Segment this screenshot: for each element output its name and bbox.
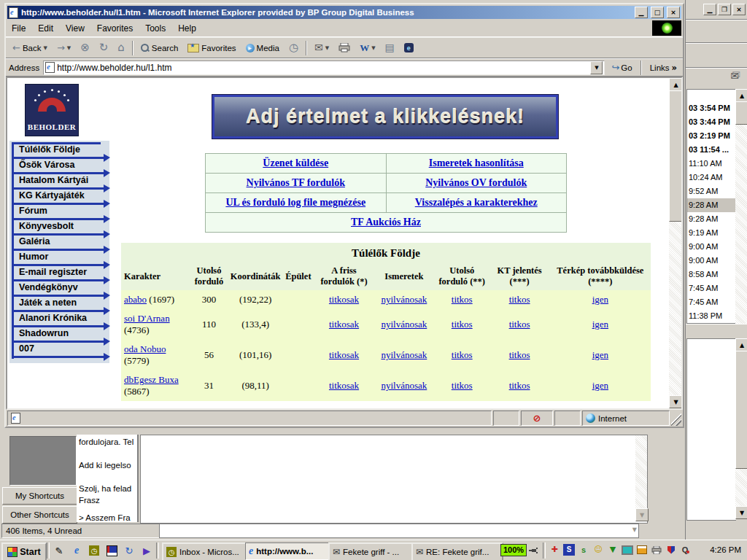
cable-icon[interactable]: s bbox=[578, 544, 589, 556]
media-button[interactable]: ▶Media bbox=[242, 42, 283, 55]
link-ul-log-file[interactable]: UL és forduló log file megnézése bbox=[225, 197, 365, 208]
nav-item-shadowrun[interactable]: Shadowrun bbox=[12, 328, 101, 343]
quicklaunch-new-message-icon[interactable]: ✎ bbox=[53, 544, 66, 557]
kt-report-link[interactable]: titkos bbox=[509, 294, 530, 305]
nav-item-konyvesbolt[interactable]: Könyvesbolt bbox=[12, 221, 101, 236]
character-link[interactable]: dbEgesz Buxa bbox=[124, 374, 179, 385]
nav-item-osok-varosa[interactable]: Ősök Városa bbox=[12, 160, 101, 175]
home-button[interactable]: ⌂ bbox=[114, 41, 128, 55]
link-nyilvanos-tf-fordulok[interactable]: Nyilvános TF fordulók bbox=[247, 177, 345, 188]
quicklaunch-outlook-icon[interactable]: ◷ bbox=[88, 544, 101, 557]
scroll-up-icon[interactable]: ▲ bbox=[735, 89, 747, 102]
task-button-re-fekete-griff[interactable]: ✉RE: Fekete grif... bbox=[411, 542, 503, 560]
nav-item-galeria[interactable]: Galéria bbox=[12, 236, 101, 252]
display-icon[interactable]: S bbox=[563, 544, 575, 556]
menu-file[interactable]: File bbox=[12, 23, 26, 34]
map-forward-link[interactable]: igen bbox=[592, 380, 608, 391]
character-link[interactable]: ababo bbox=[124, 294, 147, 305]
mail-dropdown-icon[interactable]: ▼ bbox=[325, 45, 329, 51]
scroll-down-icon[interactable]: ▼ bbox=[669, 395, 683, 408]
task-button-inbox[interactable]: ◷Inbox - Micros... bbox=[162, 542, 249, 560]
favorites-button[interactable]: Favorites bbox=[184, 42, 239, 55]
message-row[interactable]: 7:45 AM bbox=[687, 295, 735, 309]
fan-icon[interactable]: ✚ bbox=[549, 544, 560, 556]
nav-item-vendegkonyv[interactable]: Vendégkönyv bbox=[12, 282, 101, 298]
message-row[interactable]: 03 2:19 PM bbox=[687, 129, 735, 143]
kt-report-link[interactable]: titkos bbox=[509, 349, 530, 360]
nav-item-email-regiszter[interactable]: E-mail regiszter bbox=[12, 267, 101, 282]
battery-indicator[interactable]: 100% bbox=[500, 544, 538, 556]
go-button[interactable]: ↪Go bbox=[608, 61, 635, 74]
quicklaunch-ie-icon[interactable]: e bbox=[70, 544, 83, 557]
character-link[interactable]: soi D'Arnan bbox=[124, 313, 170, 324]
address-input[interactable] bbox=[57, 63, 588, 73]
ie-close-button[interactable]: × bbox=[667, 7, 680, 18]
nav-item-hatalom-kartyai[interactable]: Hatalom Kártyái bbox=[12, 175, 101, 190]
message-row[interactable]: 11:38 PM bbox=[687, 309, 735, 323]
shield-icon[interactable] bbox=[665, 544, 677, 556]
page-scrollbar[interactable]: ▲ ▼ bbox=[669, 78, 681, 408]
message-row[interactable]: 10:24 AM bbox=[687, 171, 735, 184]
map-forward-link[interactable]: igen bbox=[592, 294, 608, 305]
message-row[interactable]: 9:28 AM bbox=[687, 212, 735, 226]
message-row[interactable]: 8:58 AM bbox=[687, 268, 735, 281]
message-row[interactable]: 11:10 AM bbox=[687, 157, 735, 171]
forward-button[interactable]: →▼ bbox=[53, 41, 74, 55]
outlook-restore-button[interactable]: ❐ bbox=[718, 4, 731, 15]
ie-minimize-button[interactable]: ▁ bbox=[635, 7, 648, 18]
outlook-minimize-button[interactable]: ▁ bbox=[703, 4, 716, 15]
dropdown-icon[interactable]: ▼ bbox=[632, 526, 637, 533]
map-forward-link[interactable]: igen bbox=[592, 319, 608, 330]
link-nyilvanos-ov-fordulok[interactable]: Nyilvános OV fordulók bbox=[425, 177, 527, 188]
edit-button[interactable]: W▼ bbox=[356, 40, 379, 56]
outlook-message-list[interactable]: 03 3:54 PM 03 3:44 PM 03 2:19 PM 03 11:5… bbox=[686, 89, 735, 324]
message-row[interactable]: 9:19 AM bbox=[687, 226, 735, 240]
scrollbar-thumb[interactable] bbox=[735, 351, 747, 469]
map-forward-link[interactable]: igen bbox=[592, 349, 608, 360]
message-row[interactable]: 03 3:44 PM bbox=[687, 115, 735, 129]
kt-report-link[interactable]: titkos bbox=[509, 380, 530, 391]
menu-tools[interactable]: Tools bbox=[145, 23, 166, 34]
messenger-button[interactable]: e bbox=[400, 41, 417, 55]
scroll-up-icon[interactable]: ▲ bbox=[669, 78, 683, 91]
nav-item-jatek-a-neten[interactable]: Játék a neten bbox=[12, 298, 101, 313]
monitor-icon[interactable] bbox=[622, 544, 633, 556]
message-row[interactable]: 9:00 AM bbox=[687, 240, 735, 254]
resize-grip[interactable] bbox=[671, 411, 681, 426]
fresh-turns-link[interactable]: titkosak bbox=[329, 319, 359, 330]
outlook-close-button[interactable]: × bbox=[732, 4, 746, 15]
other-shortcuts-button[interactable]: Other Shortcuts bbox=[2, 506, 77, 524]
print-button[interactable] bbox=[335, 41, 354, 55]
knowledge-link[interactable]: nyilvánosak bbox=[381, 349, 427, 360]
nav-item-alanori-kronika[interactable]: Alanori Krónika bbox=[12, 313, 101, 328]
menu-edit[interactable]: Edit bbox=[38, 23, 53, 34]
message-row-selected[interactable]: 9:28 AM bbox=[687, 198, 735, 212]
nav-item-007[interactable]: 007 bbox=[12, 343, 101, 359]
task-button-ie-active[interactable]: ehttp://www.b... bbox=[245, 542, 331, 560]
nav-item-tulelok-foldje[interactable]: Túlélők Földje bbox=[12, 142, 101, 160]
start-button[interactable]: Start bbox=[1, 542, 47, 560]
message-list-scrollbar[interactable]: ▲ bbox=[735, 89, 747, 324]
task-button-fekete-griff[interactable]: ✉Fekete griff - ... bbox=[328, 542, 416, 560]
ie-title-bar[interactable]: e http://www.beholder.hu/l1.htm - Micros… bbox=[7, 6, 681, 19]
scrollbar-thumb[interactable] bbox=[735, 101, 747, 125]
refresh-button[interactable]: ↻ bbox=[96, 41, 112, 55]
reading-pane-scrollbar[interactable]: ▼ bbox=[635, 435, 647, 521]
discuss-button[interactable]: ▤ bbox=[382, 41, 398, 55]
address-box[interactable]: e ▼ bbox=[43, 61, 605, 75]
menu-help[interactable]: Help bbox=[178, 23, 196, 34]
forward-dropdown-icon[interactable]: ▼ bbox=[67, 45, 71, 51]
preview-scrollbar[interactable]: ▲ ▼ bbox=[735, 338, 747, 519]
ie-maximize-button[interactable]: □ bbox=[651, 7, 664, 18]
links-button[interactable]: Links» bbox=[647, 62, 680, 74]
link-visszalepes[interactable]: Visszalépés a karakterekhez bbox=[415, 197, 538, 208]
nav-item-humor[interactable]: Humor bbox=[12, 252, 101, 267]
last-turn-link[interactable]: titkos bbox=[452, 319, 473, 330]
agent-icon[interactable]: ☺ bbox=[592, 544, 604, 556]
link-ismeretek-hasonlitasa[interactable]: Ismeretek hasonlítása bbox=[429, 158, 524, 168]
knowledge-link[interactable]: nyilvánosak bbox=[381, 319, 427, 330]
address-dropdown-icon[interactable]: ▼ bbox=[590, 61, 603, 74]
scroll-down-icon[interactable]: ▼ bbox=[635, 508, 649, 521]
menu-favorites[interactable]: Favorites bbox=[97, 23, 133, 34]
menu-view[interactable]: View bbox=[66, 23, 85, 34]
